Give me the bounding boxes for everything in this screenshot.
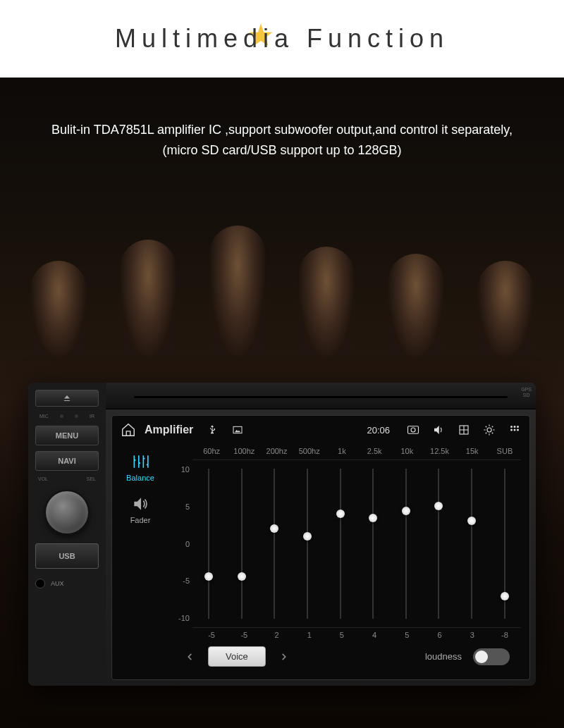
eq-slider[interactable] — [390, 460, 423, 627]
eq-band-label: 10k — [391, 447, 423, 455]
mic-hole — [60, 414, 63, 418]
loudness-label: loudness — [425, 651, 462, 662]
ir-label: IR — [90, 414, 94, 419]
app-title: Amplifier — [145, 424, 193, 436]
apps-icon[interactable] — [508, 424, 521, 436]
eq-value: 6 — [423, 631, 455, 639]
usb-status-icon — [206, 424, 219, 436]
svg-point-10 — [517, 429, 519, 431]
preset-prev[interactable] — [183, 650, 197, 664]
eq-slider-thumb[interactable] — [501, 592, 509, 600]
chevron-left-icon — [185, 652, 195, 662]
sidebar-item-balance[interactable]: Balance — [126, 452, 154, 482]
svg-point-2 — [411, 428, 415, 432]
sidebar-item-fader[interactable]: Fader — [130, 495, 151, 524]
eq-slider[interactable] — [258, 460, 291, 627]
eq-scale-tick: 5 — [185, 502, 190, 511]
mic-label: MIC — [39, 414, 49, 419]
page-title: Multimedia Function — [115, 24, 449, 54]
eq-value: -8 — [489, 631, 521, 639]
svg-rect-1 — [408, 426, 419, 434]
eq-slider-thumb[interactable] — [336, 510, 345, 518]
aux-port: AUX — [35, 579, 99, 588]
brightness-icon[interactable] — [483, 424, 496, 436]
equalizer-area: 60hz100hz200hz500hz1k2.5k10k12.5k15kSUB … — [168, 444, 529, 679]
fader-label: Fader — [130, 516, 151, 524]
eq-values: -5-52154563-8 — [171, 631, 521, 639]
svg-point-6 — [514, 426, 516, 428]
svg-point-8 — [510, 429, 513, 431]
camera-icon[interactable] — [407, 424, 419, 436]
eq-scale-tick: -5 — [183, 576, 190, 585]
eq-slider[interactable] — [291, 460, 324, 627]
feature-description: Bulit-in TDA7851L amplifier IC ,support … — [0, 120, 564, 161]
dvd-slot[interactable]: GPS SD — [106, 383, 536, 409]
eq-band-label: 100hz — [228, 447, 260, 455]
eq-band-label: 1k — [326, 447, 358, 455]
stereo-screen-side: GPS SD Amplifier 20:06 — [106, 383, 536, 686]
eq-slider-thumb[interactable] — [434, 502, 443, 510]
eq-slider[interactable] — [488, 460, 521, 627]
hero-section: Bulit-in TDA7851L amplifier IC ,support … — [0, 78, 564, 728]
eq-slider-thumb[interactable] — [204, 572, 213, 581]
eq-band-label: SUB — [489, 447, 521, 455]
eq-slider-thumb[interactable] — [402, 507, 410, 515]
eq-slider[interactable] — [192, 460, 226, 627]
preset-button[interactable]: Voice — [208, 646, 266, 667]
aux-jack[interactable] — [35, 579, 45, 588]
usb-button[interactable]: USB — [35, 543, 99, 569]
speaker-icon — [131, 495, 149, 513]
eq-slider-thumb[interactable] — [303, 532, 312, 541]
eq-slider[interactable] — [357, 460, 390, 627]
eq-sidebar: Balance Fader — [112, 444, 168, 679]
sel-label: SEL — [87, 476, 96, 481]
eq-value: -5 — [195, 631, 228, 639]
eq-slider-thumb[interactable] — [467, 517, 476, 525]
menu-button[interactable]: MENU — [35, 426, 99, 445]
home-icon[interactable] — [121, 422, 136, 438]
eq-scale-tick: 0 — [185, 540, 190, 548]
eq-band-label: 200hz — [260, 447, 293, 455]
eq-slider[interactable] — [422, 460, 455, 627]
svg-point-7 — [517, 426, 519, 428]
eq-band-label: 500hz — [293, 447, 326, 455]
loudness-toggle[interactable] — [473, 648, 510, 665]
volume-icon[interactable] — [432, 424, 445, 436]
eq-grid: 1050-5-10 — [171, 459, 521, 628]
aux-label: AUX — [51, 580, 64, 587]
toggle-thumb — [475, 650, 488, 663]
eq-value: 5 — [391, 631, 423, 639]
eq-scale-tick: -10 — [178, 614, 190, 622]
eq-slider[interactable] — [324, 460, 357, 627]
gps-sd-label: GPS SD — [521, 387, 532, 399]
eq-slider-thumb[interactable] — [270, 524, 278, 533]
svg-point-9 — [514, 429, 516, 431]
orchestra-background — [0, 183, 564, 359]
svg-point-5 — [510, 426, 513, 428]
eq-scale: 1050-5-10 — [171, 459, 192, 628]
volume-knob[interactable] — [44, 490, 90, 535]
eq-slider[interactable] — [455, 460, 489, 627]
eject-button[interactable] — [35, 390, 99, 407]
eq-value: 1 — [293, 631, 326, 639]
eq-slider[interactable] — [226, 460, 259, 627]
image-status-icon — [231, 424, 244, 436]
eq-slider-thumb[interactable] — [238, 572, 246, 581]
eq-band-label: 12.5k — [423, 447, 455, 455]
car-stereo-unit: MIC IR MENU NAVI VOL SEL USB AUX GPS — [28, 383, 536, 686]
navi-button[interactable]: NAVI — [35, 451, 99, 471]
eject-icon — [62, 393, 72, 403]
fullscreen-icon[interactable] — [458, 424, 470, 436]
eq-slider-thumb[interactable] — [369, 514, 377, 522]
screen-body: Balance Fader 60hz100hz200hz500hz1k2.5k1… — [112, 444, 529, 679]
page-header: Multimedia Function — [0, 0, 564, 78]
eq-value: 2 — [260, 631, 293, 639]
svg-point-4 — [487, 428, 491, 432]
eq-sliders — [192, 459, 521, 628]
status-bar: Amplifier 20:06 — [112, 416, 529, 444]
eq-band-label: 2.5k — [358, 447, 391, 455]
preset-next[interactable] — [277, 650, 291, 664]
equalizer-icon — [131, 452, 149, 471]
mic-ir-row: MIC IR — [35, 412, 99, 420]
touchscreen: Amplifier 20:06 Balance — [111, 415, 530, 680]
